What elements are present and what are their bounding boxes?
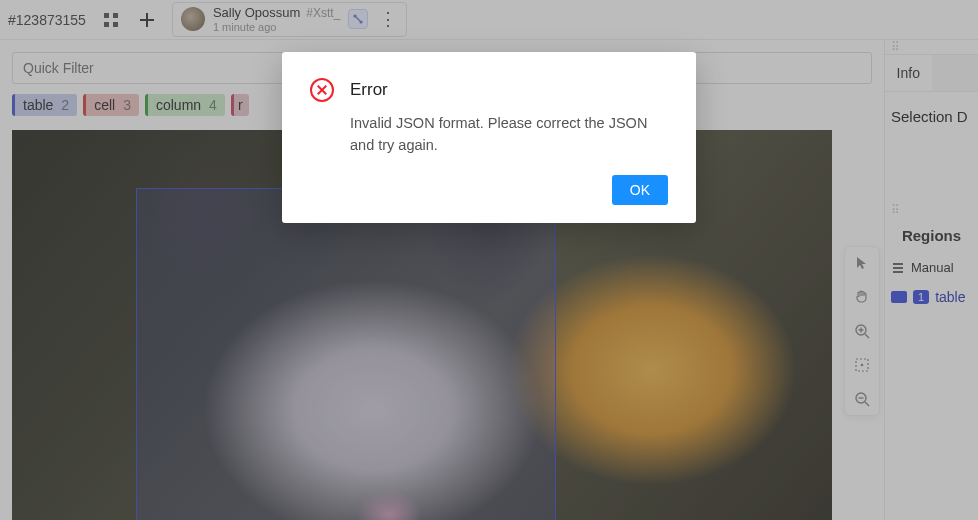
error-modal: Error Invalid JSON format. Please correc… bbox=[282, 52, 696, 223]
modal-title: Error bbox=[350, 80, 388, 100]
modal-overlay[interactable]: Error Invalid JSON format. Please correc… bbox=[0, 0, 978, 520]
error-icon bbox=[310, 78, 334, 102]
ok-button[interactable]: OK bbox=[612, 175, 668, 205]
modal-body: Invalid JSON format. Please correct the … bbox=[350, 112, 668, 157]
